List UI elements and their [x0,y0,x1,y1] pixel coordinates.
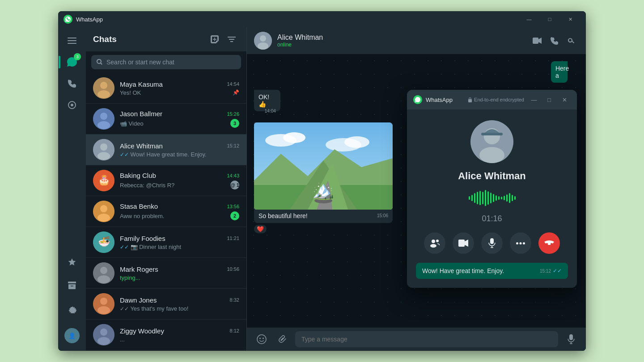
voice-call-button[interactable] [547,33,562,48]
list-item[interactable]: Maya Kasuma 14:54 Yes! OK 📌 [86,73,246,104]
sidebar-item-calls[interactable] [62,74,82,93]
sidebar-item-status[interactable] [62,95,82,115]
svg-point-59 [516,242,518,244]
list-item[interactable]: Alice Whitman 15:12 ✓✓ Wow! Have great t… [86,135,246,165]
wave-bar [485,190,486,206]
chat-name: Alice Whitman [120,142,163,150]
chat-name: Dawn Jones [120,296,157,304]
avatar: 🎂 [93,170,114,191]
search-bar [86,51,246,73]
chat-time: 8:12 [230,328,239,333]
chat-info: Baking Club 14:43 Rebecca: @Chris R? @ 1 [120,172,239,189]
svg-text:🍜: 🍜 [98,236,110,248]
svg-point-32 [260,35,266,42]
chat-header-avatar[interactable] [254,32,272,50]
sidebar-bottom: 👤 [62,253,82,347]
chat-list: Maya Kasuma 14:54 Yes! OK 📌 [86,73,246,351]
call-mute-button[interactable] [481,232,503,254]
list-item[interactable]: 🍜 Family Foodies 11:21 ✓✓ 📷 Dinner last … [86,227,246,258]
call-message-text: Wow! Have great time. Enjoy. [422,267,504,274]
maximize-button[interactable]: □ [539,11,560,27]
search-input-wrap[interactable] [91,55,241,69]
avatar [93,262,114,284]
avatar [93,77,114,99]
svg-text:🎂: 🎂 [98,174,110,186]
chat-info: Mark Rogers 10:56 typing... [120,265,239,281]
call-close-button[interactable]: ✕ [558,93,571,106]
attach-button[interactable] [275,332,290,347]
voice-message-button[interactable] [564,332,579,347]
list-item[interactable]: Jason Ballmer 15:26 📹 Video 3 [86,104,246,135]
call-message-tick: ✓✓ [553,268,562,274]
title-bar: WhatsApp — □ ✕ [58,11,586,27]
search-input[interactable] [106,59,236,66]
call-participants-button[interactable] [424,232,445,254]
call-body: Alice Whitman [407,109,577,288]
msg-bubble: Here a [551,61,568,83]
chat-name: Baking Club [120,172,156,179]
call-minimize-button[interactable]: — [528,93,540,106]
sidebar-item-chats[interactable]: 3 [62,52,82,72]
svg-point-7 [100,82,107,89]
user-avatar[interactable]: 👤 [62,326,82,345]
message-input[interactable] [295,331,558,347]
svg-point-52 [479,147,504,163]
wave-bar [498,196,500,200]
msg-bubble-image: So beautiful here! 15:06 [254,122,393,223]
user-avatar-img: 👤 [64,328,80,343]
chat-info: Family Foodies 11:21 ✓✓ 📷 Dinner last ni… [120,235,239,250]
sidebar-item-settings[interactable] [62,299,82,319]
emoji-button[interactable] [254,332,269,347]
wave-bar [504,196,505,200]
new-chat-button[interactable] [207,32,222,47]
svg-point-47 [263,338,264,339]
chat-preview-text: ✓✓ Yes that's my fave too! [120,305,239,312]
svg-rect-2 [68,43,76,44]
svg-point-54 [432,240,435,243]
list-item[interactable]: 🎂 Baking Club 14:43 Rebecca: @Chris R? @… [86,165,246,196]
wave-bar [493,194,494,202]
chat-filter-button[interactable] [224,32,239,47]
app-window: WhatsApp — □ ✕ 3 [58,11,586,351]
close-button[interactable]: ✕ [560,11,580,27]
message-incoming: OK! 👍 14:04 [254,90,298,114]
list-item[interactable]: Ziggy Woodley 8:12 ... [86,320,246,350]
wave-bar [479,191,481,205]
wave-bar [496,195,497,201]
search-chat-button[interactable] [564,33,579,48]
video-call-button[interactable] [530,33,545,48]
call-video-button[interactable] [453,232,474,254]
chat-contact-status: online [277,42,524,48]
chat-name: Maya Kasuma [120,80,163,88]
chat-name: Stasa Benko [120,202,158,210]
sidebar-item-archived[interactable] [62,276,82,295]
chat-header: Alice Whitman online [247,27,586,54]
message-image: So beautiful here! 15:06 ❤️ [254,122,393,233]
call-message-meta: 15:12 ✓✓ [540,268,562,274]
sidebar-item-menu[interactable] [62,31,82,51]
svg-point-24 [97,275,110,283]
chat-preview-text: ✓✓ Wow! Have great time. Enjoy. [120,151,239,158]
wave-bar [512,195,513,201]
svg-point-60 [520,242,522,244]
call-more-button[interactable] [510,232,531,254]
unread-badge: 3 [230,119,239,128]
svg-point-61 [523,242,525,244]
minimize-button[interactable]: — [519,11,539,27]
avatar [93,201,114,222]
list-item[interactable]: Mark Rogers 10:56 typing... [86,258,246,289]
sidebar-item-starred[interactable] [62,253,82,272]
chat-header-info: Alice Whitman online [277,34,524,48]
call-actions [424,232,560,254]
svg-point-10 [100,113,107,120]
call-maximize-button[interactable]: □ [543,93,555,106]
chat-preview-text: 📹 Video [120,120,229,127]
list-item[interactable]: Stasa Benko 13:56 Aww no problem. 2 [86,196,246,227]
svg-point-44 [314,198,332,203]
chat-preview-text: ✓✓ 📷 Dinner last night [120,244,239,250]
call-end-button[interactable] [538,232,560,254]
chat-list-header: Chats [86,27,246,51]
svg-point-37 [283,132,305,143]
avatar [93,139,114,160]
list-item[interactable]: Dawn Jones 8:32 ✓✓ Yes that's my fave to… [86,289,246,320]
